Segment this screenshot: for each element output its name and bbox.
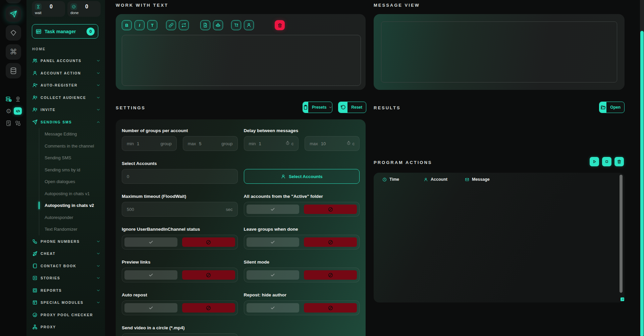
gear-button[interactable]: ⚙ bbox=[5, 107, 12, 115]
title-button[interactable]: T bbox=[147, 20, 157, 30]
mention-button[interactable] bbox=[244, 20, 254, 30]
reset-button[interactable]: Reset bbox=[338, 102, 366, 113]
page-scrollbar-thumb[interactable] bbox=[640, 31, 644, 336]
toggle-repost-hide-author bbox=[244, 300, 360, 315]
submenu-item-sending-sms-by-id[interactable]: Sending sms by id bbox=[39, 164, 105, 176]
page-scrollbar-track[interactable] bbox=[640, 0, 644, 336]
window-icon bbox=[32, 300, 38, 305]
doc-check-button[interactable] bbox=[5, 119, 12, 127]
toggle-disable-option[interactable] bbox=[182, 237, 235, 247]
sidebar-item-contact-book[interactable]: CONTACT BOOK bbox=[26, 260, 105, 272]
toggle-enable-option[interactable] bbox=[247, 205, 300, 214]
submenu-item-open-dialogues[interactable]: Open dialogues bbox=[39, 176, 105, 188]
user-icon bbox=[281, 174, 286, 179]
sidebar-item-proxy-pool-checker[interactable]: PROXY POOL CHECKER bbox=[26, 309, 105, 321]
sidebar-item-collect-audience[interactable]: COLLECT AUDIENCE bbox=[26, 92, 105, 104]
rail-button-cut[interactable] bbox=[6, 0, 21, 3]
min-value: 1 bbox=[137, 141, 139, 146]
clear-log-button[interactable] bbox=[614, 157, 624, 166]
check-icon bbox=[270, 239, 275, 245]
chevron-down-icon bbox=[96, 276, 100, 280]
max-timeout-input[interactable]: 500 sec bbox=[122, 202, 238, 217]
plus-square-icon bbox=[32, 275, 38, 281]
sidebar-item-label: SENDING SMS bbox=[41, 120, 93, 124]
prohibit-icon bbox=[328, 305, 333, 311]
panel-resize-handle[interactable] bbox=[621, 297, 624, 301]
submenu-item-text-randomizer[interactable]: Text Randomizer bbox=[39, 223, 105, 235]
toggle-enable-option[interactable] bbox=[247, 270, 300, 280]
send-plus-icon bbox=[32, 251, 38, 257]
sidebar-item-panel-accounts[interactable]: PANEL ACCOUNTS bbox=[26, 55, 105, 67]
groups-min-input[interactable]: min 1 group bbox=[122, 136, 177, 151]
sidebar-item-account-action[interactable]: ACCOUNT ACTION bbox=[26, 67, 105, 79]
task-manager-button[interactable]: Task manager 0 bbox=[32, 24, 98, 39]
presets-button[interactable]: Presets bbox=[303, 102, 332, 113]
file-insert-button[interactable] bbox=[200, 20, 210, 30]
toggle-disable-option[interactable] bbox=[304, 303, 357, 313]
sidebar-item-stories[interactable]: STORIES bbox=[26, 272, 105, 284]
toggle-disable-option[interactable] bbox=[182, 303, 235, 313]
italic-button[interactable]: I bbox=[135, 20, 145, 30]
sidebar-item-phone-numbers[interactable]: PHONE NUMBERS bbox=[26, 235, 105, 248]
code-window-button[interactable] bbox=[14, 107, 22, 115]
stop-button[interactable] bbox=[602, 157, 611, 166]
rail-button-send[interactable] bbox=[6, 6, 21, 22]
submenu-item-comments-in-the-channel[interactable]: Comments in the channel bbox=[39, 140, 105, 152]
submenu-item-autoposting-in-chats-v1[interactable]: Autoposting in chats v1 bbox=[39, 188, 105, 200]
sidebar-item-cheat[interactable]: CHEAT bbox=[26, 247, 105, 260]
toggle-enable-option[interactable] bbox=[124, 303, 177, 313]
toggle-disable-option[interactable] bbox=[182, 270, 235, 280]
delay-max-input[interactable]: max 10 c bbox=[305, 136, 360, 151]
person-cam-button[interactable] bbox=[14, 95, 21, 103]
submenu-item-autoposting-in-chats-v2[interactable]: Autoposting in chats v2 bbox=[39, 200, 105, 212]
select-accounts-button[interactable]: Select Accounts bbox=[244, 169, 360, 184]
server-check-button[interactable] bbox=[5, 95, 12, 103]
rail-button-database[interactable] bbox=[6, 63, 21, 78]
log-column-time: Time bbox=[382, 177, 424, 182]
toggle-disable-option[interactable] bbox=[304, 237, 357, 247]
chevron-down-icon bbox=[96, 251, 100, 256]
toggle-enable-option[interactable] bbox=[247, 303, 300, 313]
toggle-disable-option[interactable] bbox=[304, 270, 357, 280]
submenu-item-sending-sms[interactable]: Sending SMS bbox=[39, 152, 105, 164]
log-scrollbar[interactable] bbox=[620, 175, 623, 293]
toggle-enable-option[interactable] bbox=[124, 237, 177, 247]
max-prefix: max bbox=[310, 141, 318, 146]
text-template-button[interactable] bbox=[231, 20, 241, 30]
toggle-disable-option[interactable] bbox=[304, 205, 357, 214]
groups-max-input[interactable]: max 5 group bbox=[183, 136, 238, 151]
sidebar-item-sending-sms[interactable]: SENDING SMS bbox=[26, 116, 105, 128]
submenu-item-label: Text Randomizer bbox=[45, 227, 77, 232]
bold-button[interactable]: B bbox=[122, 20, 132, 30]
task-count-badge: 0 bbox=[87, 27, 95, 36]
repeat-button[interactable] bbox=[179, 20, 189, 30]
app-root: ⌘ ⚙ 0 wait 0 done Task manager bbox=[0, 0, 644, 336]
work-with-text-title: WORK WITH TEXT bbox=[116, 3, 168, 8]
program-actions-panel: TimeAccountMessage bbox=[374, 173, 625, 302]
link-button[interactable] bbox=[166, 20, 176, 30]
toggle-enable-option[interactable] bbox=[247, 237, 300, 247]
message-text-input[interactable] bbox=[122, 35, 361, 86]
sidebar-item-reports[interactable]: REPORTS bbox=[26, 284, 105, 297]
delay-min-input[interactable]: min 1 c bbox=[244, 136, 299, 151]
toggle-enable-option[interactable] bbox=[124, 270, 177, 280]
text-lines-icon bbox=[233, 22, 239, 28]
toggle-label: Leave groups when done bbox=[244, 227, 360, 232]
swap-modules-button[interactable] bbox=[14, 119, 21, 127]
submenu-item-message-editing[interactable]: Message Editing bbox=[39, 128, 105, 140]
sidebar-item-proxy[interactable]: PROXY bbox=[26, 321, 105, 333]
rail-button-gem[interactable] bbox=[6, 25, 21, 41]
toggle-leave-groups-when-done bbox=[244, 235, 360, 249]
selected-accounts-count-input[interactable]: 0 bbox=[122, 169, 238, 184]
rail-button-command[interactable]: ⌘ bbox=[6, 44, 21, 60]
open-results-button[interactable]: Open bbox=[599, 102, 625, 113]
bot-button[interactable] bbox=[213, 20, 223, 30]
sidebar-item-special-modules[interactable]: SPECIAL MODULES bbox=[26, 296, 105, 309]
stop-icon bbox=[604, 159, 609, 164]
clear-text-button[interactable] bbox=[275, 20, 285, 30]
sidebar-item-auto-register[interactable]: AUTO-REGISTER bbox=[26, 79, 105, 92]
sidebar-item-invite[interactable]: INVITE bbox=[26, 104, 105, 116]
submenu-item-autoresponder[interactable]: Autoresponder bbox=[39, 212, 105, 224]
start-button[interactable] bbox=[590, 157, 599, 166]
sidebar-item-label: PHONE NUMBERS bbox=[41, 239, 93, 243]
